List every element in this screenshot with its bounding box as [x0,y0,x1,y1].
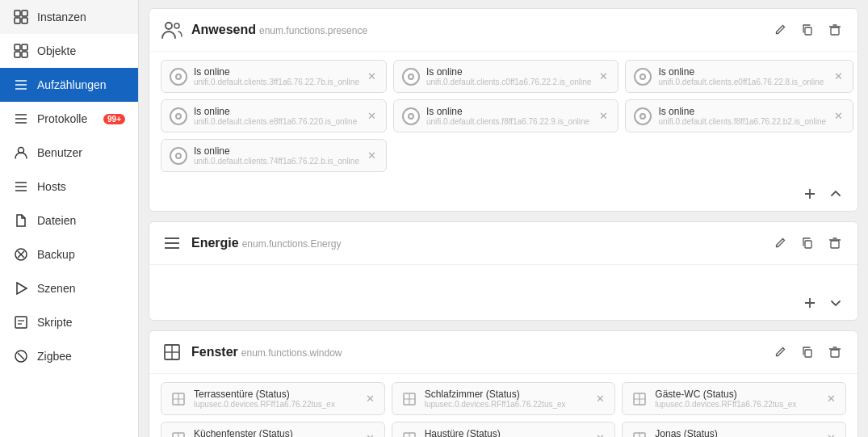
fenster-chip-1: Schlafzimmer (Status)lupusec.0.devices.R… [392,382,616,415]
szenen-label: Szenen [37,282,125,295]
section-fenster: Fensterenum.functions.windowTerrassentür… [149,330,858,437]
energie-edit-button[interactable] [769,232,791,254]
anwesend-title-wrap: Anwesendenum.functions.presence [191,23,367,37]
energie-title: Energie [191,236,239,250]
anwesend-add-button[interactable] [799,183,820,204]
section-energie: Energieenum.functions.Energy [149,221,858,321]
fenster-chip-text-1: Schlafzimmer (Status)lupusec.0.devices.R… [425,389,589,409]
anwesend-chip-close-6[interactable]: ✕ [366,149,378,162]
sidebar-item-instanzen[interactable]: Instanzen [0,0,138,34]
anwesend-chip-title-0: Is online [194,66,359,78]
sidebar-item-dateien[interactable]: Dateien [0,204,138,237]
backup-label: Backup [37,248,125,261]
anwesend-chip-icon-2 [634,68,652,86]
anwesend-chip-close-5[interactable]: ✕ [832,110,845,122]
skripte-label: Skripte [37,316,125,329]
anwesend-chip-icon-4 [402,107,420,125]
fenster-chip-sub-1: lupusec.0.devices.RFff1a6.76.22tus_ex [425,400,589,409]
svg-rect-38 [831,241,839,248]
sidebar-item-hosts[interactable]: Hosts [0,170,138,204]
szenen-icon [13,280,29,296]
svg-rect-0 [15,11,20,16]
fenster-chip-close-2[interactable]: ✕ [825,393,837,405]
anwesend-chip-title-4: Is online [426,106,591,117]
anwesend-chip-sub-4: unifi.0.default.clients.f8ff1a6.76.22.9.… [426,117,591,126]
anwesend-chip-text-3: Is onlineunifi.0.default.clients.e8ff1a6… [194,106,359,126]
sidebar-item-szenen[interactable]: Szenen [0,271,138,305]
anwesend-chip-sub-0: unifi.0.default.clients.3ff1a6.76.22.7b.… [194,78,359,86]
fenster-chip-title-3: Küchenfenster (Status) [194,428,358,437]
protokolle-icon [13,111,29,127]
fenster-chip-3: Küchenfenster (Status)lupusec.0.devices.… [161,422,385,437]
anwesend-chip-text-4: Is onlineunifi.0.default.clients.f8ff1a6… [426,106,591,126]
aufzaehlungen-icon [13,77,29,93]
fenster-chip-title-5: Jonas (Status) [655,428,819,437]
anwesend-chip-text-5: Is onlineunifi.0.default.clients.f8ff1a6… [658,106,826,126]
fenster-chip-icon-4 [400,430,418,438]
svg-rect-22 [15,317,27,328]
anwesend-chip-close-0[interactable]: ✕ [366,70,378,82]
anwesend-toggle-button[interactable] [825,183,846,204]
anwesend-chip-text-6: Is onlineunifi.0.default.clients.74ff1a6… [194,145,359,166]
energie-add-button[interactable] [799,292,820,313]
fenster-delete-button[interactable] [824,341,846,363]
svg-rect-1 [22,11,27,16]
anwesend-copy-button[interactable] [796,19,819,41]
fenster-chip-close-0[interactable]: ✕ [364,393,376,405]
anwesend-edit-button[interactable] [769,19,791,41]
sidebar-item-backup[interactable]: Backup [0,237,138,271]
energie-toggle-button[interactable] [825,292,846,313]
anwesend-chip-5: Is onlineunifi.0.default.clients.f8ff1a6… [625,99,853,132]
sidebar-item-zigbee[interactable]: Zigbee [0,339,138,373]
zigbee-label: Zigbee [37,350,125,363]
sidebar-item-benutzer[interactable]: Benutzer [0,136,138,170]
objekte-icon [13,43,29,59]
svg-rect-45 [805,350,811,357]
fenster-header-actions [769,341,846,363]
fenster-subtitle: enum.functions.window [241,347,342,359]
aufzaehlungen-label: Aufzählungen [37,78,125,91]
anwesend-chip-close-2[interactable]: ✕ [832,70,845,82]
fenster-chip-5: Jonas (Status)lupusec.0.devices.RFff1a6.… [622,422,846,437]
fenster-copy-button[interactable] [796,341,819,363]
fenster-chip-title-1: Schlafzimmer (Status) [425,389,589,400]
anwesend-chip-close-1[interactable]: ✕ [598,70,610,82]
fenster-chip-close-1[interactable]: ✕ [594,393,606,405]
anwesend-chip-title-3: Is online [194,106,359,117]
anwesend-chip-sub-1: unifi.0.default.clients.c0ff1a6.76.22.2.… [426,78,591,86]
energie-copy-button[interactable] [796,232,819,254]
fenster-chip-title-0: Terrassentüre (Status) [194,389,358,400]
svg-rect-3 [22,18,27,23]
fenster-chip-icon-0 [170,390,187,408]
anwesend-chip-4: Is onlineunifi.0.default.clients.f8ff1a6… [393,99,619,132]
anwesend-header-actions [769,19,846,41]
anwesend-chip-close-4[interactable]: ✕ [598,110,610,122]
svg-rect-6 [15,52,20,57]
anwesend-chip-text-1: Is onlineunifi.0.default.clients.c0ff1a6… [426,66,591,86]
sidebar-item-objekte[interactable]: Objekte [0,34,138,68]
fenster-chip-close-3[interactable]: ✕ [364,432,376,437]
fenster-chip-icon-2 [631,390,648,408]
fenster-chip-icon-1 [400,390,418,408]
fenster-chip-close-4[interactable]: ✕ [594,432,606,437]
skripte-icon [13,314,29,330]
anwesend-chip-close-3[interactable]: ✕ [366,110,378,122]
sidebar-item-aufzaehlungen[interactable]: Aufzählungen [0,68,138,102]
anwesend-chip-2: Is onlineunifi.0.default.clients.e0ff1a6… [625,60,853,93]
energie-subtitle: enum.functions.Energy [242,238,342,250]
anwesend-chip-icon-6 [170,147,187,165]
energie-header-actions [769,232,846,254]
energie-delete-button[interactable] [824,232,846,254]
fenster-edit-button[interactable] [769,341,791,363]
anwesend-chip-6: Is onlineunifi.0.default.clients.74ff1a6… [161,139,387,172]
fenster-chip-icon-5 [631,430,648,438]
anwesend-delete-button[interactable] [824,19,846,41]
energie-empty [149,265,858,289]
dateien-label: Dateien [37,214,125,227]
sidebar-item-skripte[interactable]: Skripte [0,305,138,339]
anwesend-chips-grid: Is onlineunifi.0.default.clients.3ff1a6.… [149,52,858,180]
anwesend-chip-sub-6: unifi.0.default.clients.74ff1a6.76.22.b.… [194,157,359,166]
fenster-chip-close-5[interactable]: ✕ [825,432,837,437]
fenster-chip-2: Gäste-WC (Status)lupusec.0.devices.RFff1… [622,382,846,415]
sidebar-item-protokolle[interactable]: Protokolle99+ [0,102,138,136]
